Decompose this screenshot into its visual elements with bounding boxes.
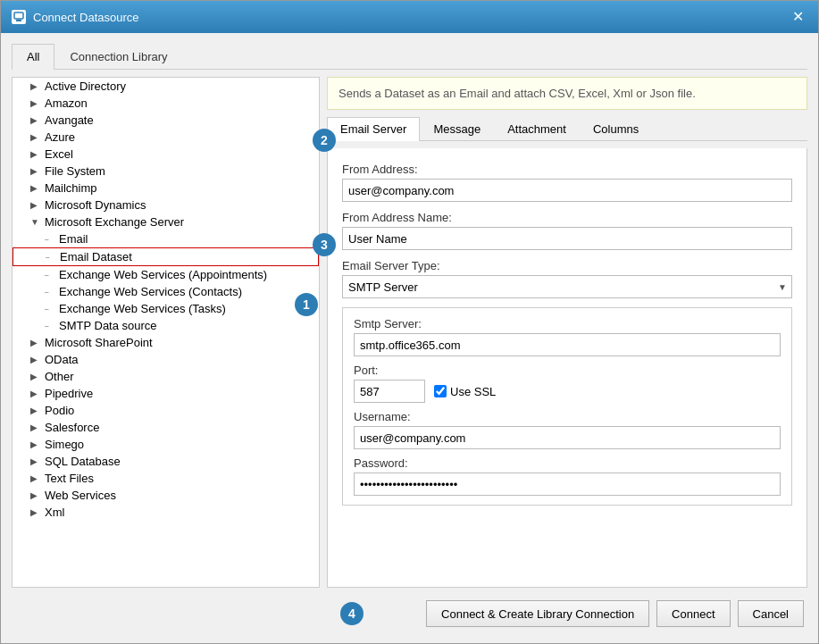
tree-item-active-directory[interactable]: ▶ Active Directory bbox=[13, 78, 319, 95]
tree-arrow: ▶ bbox=[30, 132, 45, 142]
tree-item-pipedrive[interactable]: ▶ Pipedrive bbox=[13, 385, 319, 402]
tree-label: File System bbox=[45, 164, 105, 178]
tree-label: Microsoft Exchange Server bbox=[45, 215, 184, 229]
tree-label: Email bbox=[59, 232, 88, 246]
smtp-server-group: Smtp Server: bbox=[354, 317, 781, 356]
tree-label: Salesforce bbox=[45, 421, 99, 434]
tree-item-exchange-appointments[interactable]: – Exchange Web Services (Appointments) bbox=[13, 266, 319, 283]
tree-label: Text Files bbox=[45, 472, 94, 485]
form-tab-attachment[interactable]: Attachment bbox=[494, 117, 580, 140]
tree-arrow: ▶ bbox=[30, 183, 45, 193]
tree-panel: ▶ Active Directory ▶ Amazon ▶ Avangate ▶… bbox=[12, 77, 320, 588]
tree-item-mailchimp[interactable]: ▶ Mailchimp bbox=[13, 180, 319, 197]
svg-rect-1 bbox=[16, 20, 21, 21]
email-server-type-select[interactable]: SMTP Server Exchange Web Services bbox=[342, 275, 792, 298]
tree-label: Avangate bbox=[45, 113, 94, 127]
from-address-name-input[interactable] bbox=[342, 227, 792, 250]
tab-connection-library[interactable]: Connection Library bbox=[54, 44, 182, 69]
tree-arrow: ▶ bbox=[30, 507, 45, 517]
tree-item-excel[interactable]: ▶ Excel bbox=[13, 146, 319, 163]
tree-label: Exchange Web Services (Tasks) bbox=[59, 302, 226, 315]
tree-label: Active Directory bbox=[45, 79, 126, 93]
port-group: Port: Use SSL bbox=[354, 364, 781, 403]
svg-rect-0 bbox=[14, 13, 23, 19]
tree-label: Podio bbox=[45, 404, 74, 417]
tree-item-exchange-contacts[interactable]: – Exchange Web Services (Contacts) bbox=[13, 283, 319, 300]
connect-create-button[interactable]: Connect & Create Library Connection bbox=[426, 600, 649, 627]
tree-item-azure[interactable]: ▶ Azure bbox=[13, 129, 319, 146]
tab-all[interactable]: All bbox=[12, 44, 54, 70]
port-input[interactable] bbox=[354, 380, 425, 403]
form-tab-email-server[interactable]: Email Server bbox=[327, 117, 420, 141]
tree-arrow: ▶ bbox=[30, 355, 45, 364]
tree-label: Exchange Web Services (Contacts) bbox=[59, 285, 242, 298]
tree-item-sql-database[interactable]: ▶ SQL Database bbox=[13, 453, 319, 470]
tree-item-microsoft-dynamics[interactable]: ▶ Microsoft Dynamics bbox=[13, 197, 319, 213]
main-area: 1 ▶ Active Directory ▶ Amazon ▶ Avangate… bbox=[12, 77, 807, 588]
use-ssl-checkbox[interactable] bbox=[434, 385, 447, 397]
tree-label: Excel bbox=[45, 147, 73, 161]
cancel-button[interactable]: Cancel bbox=[738, 600, 804, 627]
form-area: From Address: From Address Name: Email S… bbox=[327, 148, 807, 588]
right-panel: 2 3 Sends a Dataset as an Email and atta… bbox=[327, 77, 807, 588]
tree-item-simego[interactable]: ▶ Simego bbox=[13, 436, 319, 453]
tree-label: Microsoft Dynamics bbox=[45, 198, 146, 212]
tree-item-amazon[interactable]: ▶ Amazon bbox=[13, 95, 319, 112]
tree-item-xml[interactable]: ▶ Xml bbox=[13, 504, 319, 521]
tree-item-exchange-tasks[interactable]: – Exchange Web Services (Tasks) bbox=[13, 300, 319, 317]
from-address-label: From Address: bbox=[342, 163, 792, 176]
tree-item-text-files[interactable]: ▶ Text Files bbox=[13, 470, 319, 487]
tree-item-file-system[interactable]: ▶ File System bbox=[13, 163, 319, 180]
tree-item-avangate[interactable]: ▶ Avangate bbox=[13, 112, 319, 129]
step-1-circle: 1 bbox=[295, 293, 318, 316]
tree-arrow: ▶ bbox=[30, 98, 45, 108]
connect-button[interactable]: Connect bbox=[656, 600, 730, 627]
tree-label: Amazon bbox=[45, 96, 88, 110]
tree-label: Email Dataset bbox=[60, 250, 132, 263]
tree-item-other[interactable]: ▶ Other bbox=[13, 368, 319, 385]
tree-label: Other bbox=[45, 370, 74, 383]
port-label: Port: bbox=[354, 364, 781, 377]
close-button[interactable]: ✕ bbox=[789, 10, 807, 24]
tree-arrow: ▶ bbox=[30, 166, 45, 176]
email-server-type-label: Email Server Type: bbox=[342, 259, 792, 272]
tree-label: Pipedrive bbox=[45, 387, 93, 400]
tree-item-ms-exchange[interactable]: ▼ Microsoft Exchange Server bbox=[13, 213, 319, 230]
from-address-input[interactable] bbox=[342, 179, 792, 202]
tree-item-ms-sharepoint[interactable]: ▶ Microsoft SharePoint bbox=[13, 334, 319, 351]
port-row: Use SSL bbox=[354, 380, 781, 403]
tree-label: Web Services bbox=[45, 489, 116, 502]
password-label: Password: bbox=[354, 456, 781, 470]
password-input[interactable] bbox=[354, 473, 781, 496]
step-3-circle: 3 bbox=[313, 233, 336, 256]
content-area: All Connection Library 1 ▶ Active Direct… bbox=[1, 33, 818, 643]
ssl-checkbox-label[interactable]: Use SSL bbox=[434, 385, 496, 398]
tree-label: SMTP Data source bbox=[59, 319, 157, 332]
form-tabs: Email Server Message Attachment Columns bbox=[327, 117, 807, 141]
tree-arrow: – bbox=[45, 271, 59, 279]
tree-arrow: ▶ bbox=[30, 406, 45, 415]
tree-arrow: ▶ bbox=[30, 473, 45, 483]
tree-arrow: ▼ bbox=[30, 217, 45, 227]
username-input[interactable] bbox=[354, 426, 781, 449]
tree-item-podio[interactable]: ▶ Podio bbox=[13, 402, 319, 419]
tree-arrow: ▶ bbox=[30, 422, 45, 432]
smtp-server-label: Smtp Server: bbox=[354, 317, 781, 330]
tree-item-web-services[interactable]: ▶ Web Services bbox=[13, 487, 319, 504]
tree-item-salesforce[interactable]: ▶ Salesforce bbox=[13, 419, 319, 436]
tree-arrow: ▶ bbox=[30, 200, 45, 210]
tree-label: Mailchimp bbox=[45, 181, 97, 195]
tree-item-smtp[interactable]: – SMTP Data source bbox=[13, 317, 319, 334]
form-tab-columns[interactable]: Columns bbox=[580, 117, 652, 140]
tree-arrow: ▶ bbox=[30, 456, 45, 466]
smtp-server-input[interactable] bbox=[354, 333, 781, 356]
tree-item-odata[interactable]: ▶ OData bbox=[13, 351, 319, 368]
from-address-name-label: From Address Name: bbox=[342, 211, 792, 224]
tree-item-email[interactable]: – Email bbox=[13, 230, 319, 247]
tree-label: Xml bbox=[45, 506, 64, 519]
tree-item-email-dataset[interactable]: – Email Dataset bbox=[13, 247, 319, 266]
form-tab-message[interactable]: Message bbox=[420, 117, 494, 140]
step-4-circle: 4 bbox=[340, 602, 364, 625]
tree-label: Azure bbox=[45, 130, 75, 144]
tree-arrow: – bbox=[46, 253, 60, 261]
